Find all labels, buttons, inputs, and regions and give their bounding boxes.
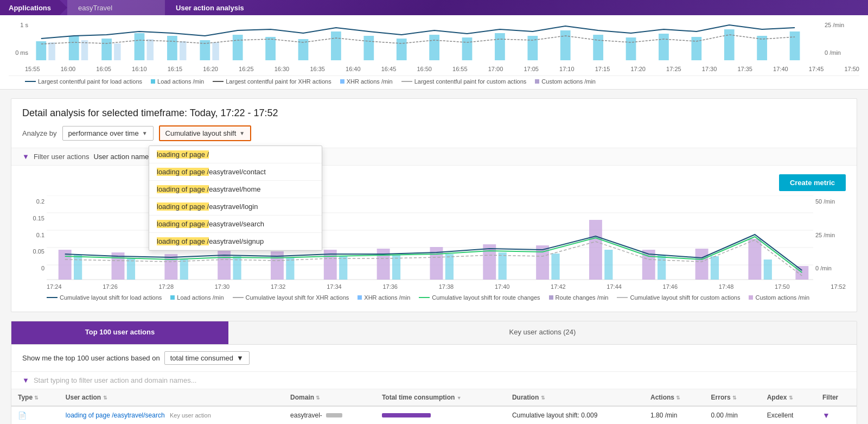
highlight-5: loading of page / bbox=[157, 237, 209, 245]
row1-domain-bar bbox=[326, 413, 342, 417]
svg-rect-2 bbox=[101, 39, 112, 60]
svg-rect-18 bbox=[626, 37, 636, 60]
row1-duration: Cumulative layout shift: 0.009 bbox=[506, 406, 644, 424]
highlight-2: loading of page / bbox=[157, 185, 209, 193]
chart-x-labels: 17:2417:2617:2817:3017:32 17:3417:3617:3… bbox=[22, 282, 846, 290]
rest-3: easytravel/login bbox=[209, 202, 258, 211]
performance-dropdown-arrow: ▼ bbox=[142, 130, 148, 136]
row1-filter: ▼ bbox=[816, 406, 857, 424]
performance-option-label: performance over time bbox=[68, 129, 139, 137]
y-right-25: 25 /min bbox=[815, 232, 846, 238]
dropdown-option-0[interactable]: loading of page / bbox=[149, 146, 322, 163]
dropdown-option-2[interactable]: loading of page /easytravel/home bbox=[149, 181, 322, 198]
col-domain: Domain ⇅ bbox=[284, 389, 375, 406]
svg-rect-21 bbox=[724, 29, 735, 60]
row1-actions: 1.80 /min bbox=[644, 406, 705, 424]
main-content: Detail analysis for selected timeframe: … bbox=[0, 90, 868, 424]
svg-rect-60 bbox=[695, 249, 709, 280]
row1-action-link[interactable]: loading of page /easytravel/search bbox=[66, 412, 165, 419]
apps-nav[interactable]: Applications bbox=[0, 0, 60, 15]
breadcrumb-arrow bbox=[60, 0, 67, 15]
svg-rect-22 bbox=[757, 36, 767, 60]
row1-filter-button[interactable]: ▼ bbox=[822, 411, 830, 420]
svg-rect-11 bbox=[397, 39, 407, 60]
top-y-label-1s: 1 s bbox=[9, 22, 28, 28]
svg-rect-62 bbox=[748, 239, 761, 280]
svg-rect-7 bbox=[265, 37, 276, 60]
chart-y-axis-left: 0.2 0.15 0.1 0.05 0 bbox=[22, 195, 47, 282]
filter-start-row: ▼ Start typing to filter user action and… bbox=[11, 372, 857, 389]
legend-custom-min: Custom actions /min bbox=[535, 78, 596, 85]
show-option-label: total time consumed bbox=[170, 354, 233, 362]
create-metric-button[interactable]: Create metric bbox=[779, 174, 846, 191]
filter-start-placeholder: Start typing to filter user action and d… bbox=[34, 376, 197, 384]
show-row: Show me the top 100 user actions based o… bbox=[11, 345, 857, 372]
analyze-row: Analyze by performance over time ▼ Cumul… bbox=[22, 125, 846, 141]
rest-2: easytravel/home bbox=[209, 185, 260, 193]
detail-header: Detail analysis for selected timeframe: … bbox=[11, 99, 857, 148]
filter-start-icon: ▼ bbox=[22, 376, 29, 384]
legend-lcp-custom: Largest contentful paint for custom acti… bbox=[401, 78, 527, 85]
chart-y-axis-right: 50 /min 25 /min 0 /min bbox=[813, 195, 846, 282]
breadcrumb[interactable]: easyTravel bbox=[67, 0, 165, 15]
filter-label: Filter user actions bbox=[34, 153, 90, 161]
show-dropdown[interactable]: total time consumed ▼ bbox=[164, 351, 250, 365]
performance-dropdown[interactable]: performance over time ▼ bbox=[62, 126, 154, 141]
y-right-50: 50 /min bbox=[815, 198, 846, 205]
row1-action: loading of page /easytravel/search Key u… bbox=[59, 406, 284, 424]
row1-domain: easytravel- bbox=[284, 406, 375, 424]
svg-rect-16 bbox=[560, 30, 571, 60]
svg-rect-42 bbox=[218, 250, 231, 280]
legend-load-min: Load actions /min bbox=[151, 78, 204, 85]
dropdown-option-4[interactable]: loading of page /easytravel/search bbox=[149, 216, 322, 233]
dropdown-option-3[interactable]: loading of page /easytravel/login bbox=[149, 198, 322, 216]
svg-rect-19 bbox=[659, 34, 669, 60]
legend-cls-route: Cumulative layout shift for route change… bbox=[419, 294, 540, 301]
legend-load-min-2: Load actions /min bbox=[170, 294, 224, 301]
rest-5: easytravel/signup bbox=[209, 237, 264, 245]
filter-bar: ▼ Filter user actions User action name: bbox=[11, 148, 857, 166]
svg-rect-14 bbox=[495, 33, 505, 60]
top-y-right-label-0: 0 /min bbox=[825, 49, 859, 56]
analyze-label: Analyze by bbox=[22, 129, 57, 137]
show-label: Show me the top 100 user actions based o… bbox=[22, 354, 160, 362]
svg-rect-47 bbox=[339, 256, 347, 280]
tab-key-actions[interactable]: Key user actions (24) bbox=[228, 321, 857, 344]
svg-rect-41 bbox=[180, 260, 188, 280]
chart-area: 0.2 0.15 0.1 0.05 0 bbox=[22, 195, 846, 282]
legend-cls-custom: Cumulative layout shift for custom actio… bbox=[617, 294, 740, 301]
col-errors: Errors ⇅ bbox=[705, 389, 761, 406]
tab-bar: Top 100 user actions Key user actions (2… bbox=[11, 321, 857, 345]
svg-rect-48 bbox=[377, 249, 390, 280]
chart-legend: Cumulative layout shift for load actions… bbox=[22, 290, 846, 303]
svg-rect-37 bbox=[74, 255, 82, 280]
legend-route-min: Route changes /min bbox=[549, 294, 609, 301]
detail-title: Detail analysis for selected timeframe: … bbox=[22, 107, 846, 119]
highlight-1: loading of page / bbox=[157, 168, 209, 176]
y-label-015: 0.15 bbox=[22, 215, 44, 222]
svg-rect-4 bbox=[167, 36, 177, 60]
y-label-02: 0.2 bbox=[22, 198, 44, 205]
svg-rect-52 bbox=[483, 244, 496, 280]
dropdown-option-1[interactable]: loading of page /easytravel/contact bbox=[149, 163, 322, 181]
dropdown-option-5[interactable]: loading of page /easytravel/signup bbox=[149, 233, 322, 250]
svg-rect-1 bbox=[69, 36, 79, 60]
row1-duration-text: Cumulative layout shift: 0.009 bbox=[512, 412, 597, 419]
highlight-0: loading of page / bbox=[157, 150, 209, 159]
highlight-4: loading of page / bbox=[157, 220, 209, 228]
svg-rect-55 bbox=[551, 254, 559, 280]
row1-type-icon: 📄 bbox=[18, 412, 27, 420]
filter-icon: ▼ bbox=[22, 153, 29, 161]
bottom-section: Top 100 user actions Key user actions (2… bbox=[11, 321, 857, 424]
legend-xhr-min-2: XHR actions /min bbox=[358, 294, 410, 301]
svg-rect-26 bbox=[114, 43, 120, 60]
svg-rect-29 bbox=[212, 42, 219, 60]
svg-rect-57 bbox=[604, 250, 612, 280]
header-bar: Applications easyTravel User action anal… bbox=[0, 0, 868, 15]
tab-top100[interactable]: Top 100 user actions bbox=[11, 321, 228, 344]
svg-rect-40 bbox=[164, 254, 177, 280]
metric-option-label: Cumulative layout shift bbox=[165, 129, 237, 137]
metric-dropdown[interactable]: Cumulative layout shift ▼ bbox=[159, 125, 252, 141]
svg-rect-27 bbox=[147, 39, 154, 60]
show-dropdown-arrow: ▼ bbox=[237, 354, 244, 362]
